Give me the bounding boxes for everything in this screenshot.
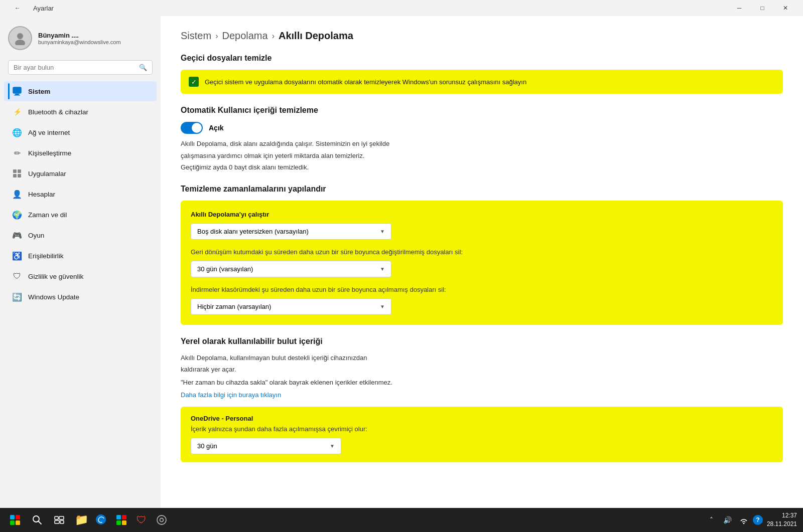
user-email: bunyaminkaya@windowslive.com	[38, 39, 121, 45]
tray-chevron-icon[interactable]: ˄	[705, 513, 719, 527]
sidebar-item-oyun[interactable]: 🎮 Oyun	[4, 225, 157, 245]
breadcrumb-sep2: ›	[272, 32, 275, 41]
toggle-row: Açık	[181, 122, 783, 134]
onedrive-dropdown[interactable]: 30 gün ▼	[191, 438, 341, 454]
network-icon: 🌐	[12, 127, 22, 137]
gecici-checkbox[interactable]: ✓	[189, 77, 199, 87]
svg-rect-11	[10, 520, 15, 525]
oto-toggle[interactable]	[181, 122, 203, 134]
taskbar-settings-icon2[interactable]	[153, 511, 171, 529]
sidebar-item-erisim[interactable]: ♿ Erişilebilirlik	[4, 246, 157, 266]
cloud-link[interactable]: Daha fazla bilgi için buraya tıklayın	[181, 391, 783, 399]
sidebar-item-label-winupdate: Windows Update	[28, 293, 79, 301]
oto-desc3: Geçtiğimiz ayda 0 bayt disk alanı temizl…	[181, 162, 783, 172]
svg-point-1	[15, 40, 25, 45]
gecici-section: Geçici dosyaları temizle ✓ Geçici sistem…	[181, 54, 783, 94]
svg-rect-16	[59, 516, 64, 519]
svg-rect-10	[16, 515, 20, 519]
sidebar-item-uygulamalar[interactable]: Uygulamalar	[4, 163, 157, 184]
search-box[interactable]: 🔍	[8, 60, 153, 75]
window-controls: ─ □ ✕	[728, 0, 797, 16]
breadcrumb-sistem: Sistem	[181, 30, 211, 42]
svg-rect-18	[60, 520, 64, 523]
onedrive-box: OneDrive - Personal İçerik yalnızca şund…	[181, 407, 783, 462]
privacy-icon: 🛡	[12, 271, 22, 281]
search-input[interactable]	[14, 64, 135, 71]
download-dropdown[interactable]: Hiçbir zaman (varsayılan) ▼	[191, 298, 391, 315]
taskbar-search-button[interactable]	[28, 511, 46, 529]
oto-section: Otomatik Kullanıcı içeriği temizleme Açı…	[181, 106, 783, 172]
clock-date: 28.11.2021	[767, 520, 797, 528]
taskbar: 📁 🛡	[0, 508, 803, 532]
sidebar-item-kisisel[interactable]: ✏ Kişiselleştirme	[4, 143, 157, 163]
system-tray: ˄ 🔊 ?	[705, 513, 763, 527]
onedrive-selected: 30 gün	[197, 442, 217, 450]
toggle-label: Açık	[209, 124, 224, 132]
sidebar-item-hesaplar[interactable]: 👤 Hesaplar	[4, 184, 157, 204]
sistem-icon	[12, 86, 22, 96]
minimize-button[interactable]: ─	[728, 0, 751, 16]
user-profile: Bünyamin .... bunyaminkaya@windowslive.c…	[0, 16, 161, 58]
taskbar-edge-icon[interactable]	[92, 511, 110, 529]
svg-rect-12	[16, 520, 20, 525]
download-label: İndirmeler klasörümdeki şu süreden daha …	[191, 285, 773, 294]
app-title: Ayarlar	[33, 5, 54, 12]
download-group: İndirmeler klasörümdeki şu süreden daha …	[191, 285, 773, 315]
svg-line-14	[39, 521, 42, 524]
taskbar-store-icon[interactable]	[112, 511, 130, 529]
user-name: Bünyamin ....	[38, 32, 121, 39]
recycle-selected: 30 gün (varsayılan)	[197, 265, 253, 273]
tray-question-icon[interactable]: ?	[753, 515, 763, 525]
oto-desc1: Akıllı Depolama, disk alanı azaldığında …	[181, 139, 783, 149]
breadcrumb-sep1: ›	[215, 32, 218, 41]
sidebar-item-ag[interactable]: 🌐 Ağ ve internet	[4, 122, 157, 142]
titlebar: ← Ayarlar ─ □ ✕	[0, 0, 803, 16]
svg-rect-17	[55, 520, 59, 523]
breadcrumb-depolama: Depolama	[222, 30, 267, 42]
cloud-desc1: Akıllı Depolama, kullanılmayan bulut des…	[181, 353, 783, 363]
cloud-title: Yerel olarak kullanılabilir bulut içeriğ…	[181, 337, 783, 346]
tray-network-icon[interactable]	[737, 513, 751, 527]
taskview-button[interactable]	[50, 511, 68, 529]
accounts-icon: 👤	[12, 189, 22, 199]
app-container: Bünyamin .... bunyaminkaya@windowslive.c…	[0, 16, 803, 508]
clock[interactable]: 12:37 28.11.2021	[767, 511, 797, 528]
svg-rect-20	[122, 515, 126, 519]
sidebar-item-label-kisisel: Kişiselleştirme	[28, 149, 71, 157]
cloud-section: Yerel olarak kullanılabilir bulut içeriğ…	[181, 337, 783, 463]
back-button[interactable]: ←	[6, 0, 29, 16]
main-content: Sistem › Depolama › Akıllı Depolama Geçi…	[161, 16, 803, 508]
sidebar-item-winupdate[interactable]: 🔄 Windows Update	[4, 287, 157, 307]
start-button[interactable]	[6, 511, 24, 529]
maximize-button[interactable]: □	[751, 0, 774, 16]
avatar	[8, 26, 32, 50]
apps-icon	[12, 168, 22, 179]
run-dropdown[interactable]: Boş disk alanı yetersizken (varsayılan) …	[191, 223, 391, 240]
sidebar-item-label-uygulamalar: Uygulamalar	[28, 170, 66, 178]
user-info: Bünyamin .... bunyaminkaya@windowslive.c…	[38, 32, 121, 45]
recycle-label: Geri dönüşüm kutumdaki şu süreden daha u…	[191, 248, 773, 257]
sidebar-item-bluetooth[interactable]: ⚡ Bluetooth & cihazlar	[4, 102, 157, 122]
svg-rect-15	[55, 516, 58, 519]
sidebar-item-label-bluetooth: Bluetooth & cihazlar	[28, 108, 88, 116]
config-section: Temizleme zamanlamalarını yapılandır Akı…	[181, 185, 783, 325]
svg-rect-22	[122, 520, 126, 525]
sidebar-item-label-oyun: Oyun	[28, 232, 44, 239]
svg-point-0	[17, 33, 23, 39]
taskbar-antivirus-icon[interactable]: 🛡	[132, 511, 151, 529]
bluetooth-icon: ⚡	[12, 107, 22, 117]
sidebar-item-label-sistem: Sistem	[28, 88, 50, 95]
svg-rect-21	[116, 520, 121, 525]
taskbar-apps: 📁 🛡	[72, 511, 171, 529]
tray-volume-icon[interactable]: 🔊	[721, 513, 735, 527]
sidebar-item-gizlilik[interactable]: 🛡 Gizlilik ve güvenlik	[4, 266, 157, 286]
taskbar-left: 📁 🛡	[6, 511, 171, 529]
svg-rect-7	[13, 174, 17, 178]
svg-rect-2	[13, 87, 21, 93]
sidebar-item-sistem[interactable]: Sistem	[4, 81, 157, 101]
taskbar-explorer-icon[interactable]: 📁	[72, 511, 90, 529]
oto-desc2: çalışmasına yardımcı olmak için yeterli …	[181, 151, 783, 161]
sidebar-item-zaman[interactable]: 🌍 Zaman ve dil	[4, 205, 157, 225]
recycle-dropdown[interactable]: 30 gün (varsayılan) ▼	[191, 261, 391, 277]
close-button[interactable]: ✕	[774, 0, 797, 16]
